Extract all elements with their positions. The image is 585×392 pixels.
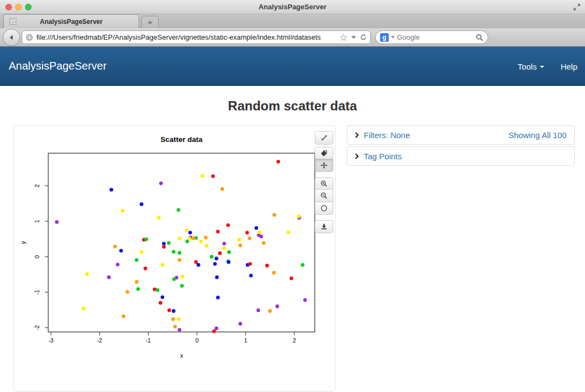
svg-text:-3: -3 [48,337,53,344]
new-tab-button[interactable]: + [141,16,159,28]
svg-text:2: 2 [292,337,296,344]
url-input[interactable] [36,33,338,41]
chevron-right-icon [355,132,359,138]
svg-text:-2: -2 [97,337,102,344]
bookmark-star-icon[interactable] [340,34,347,41]
tab-title: AnalysisPageServer [4,18,139,26]
zoom-out-icon [320,192,328,200]
plot-zoom-out-button[interactable] [315,190,333,202]
svg-text:0: 0 [195,337,198,344]
chevron-right-icon [355,153,359,159]
circle-icon [320,204,328,212]
plot-pan-button[interactable] [315,159,333,172]
chevron-down-icon [540,66,544,68]
nav-tools-label: Tools [518,62,537,71]
plot-title: Scatter data [160,135,203,144]
plot-expand-button[interactable] [315,131,333,145]
plot-select-circle-button[interactable] [315,202,333,215]
download-icon [320,223,328,231]
tag-points-panel-header[interactable]: Tag Points [347,146,575,166]
app-navbar: AnalysisPageServer Tools Help [0,47,585,86]
scatter-plot[interactable]: Scatter data -3-2-1012-2-1012 x y [14,126,318,376]
svg-text:1: 1 [34,220,40,223]
search-engine-dropdown-icon[interactable] [391,36,395,39]
window-title: AnalysisPageServer [0,3,585,11]
window-fullscreen-icon[interactable] [573,3,581,11]
filters-status: Showing All 100 [508,130,567,140]
filters-toggle-label: Filters: None [364,130,410,140]
expand-icon [321,134,328,141]
tag-points-toggle-label: Tag Points [364,152,402,161]
app-brand[interactable]: AnalysisPageServer [9,60,107,72]
svg-text:-1: -1 [146,337,151,344]
reload-icon[interactable] [360,34,367,41]
google-favicon: g [380,33,389,42]
svg-text:1: 1 [244,337,247,344]
window-titlebar: AnalysisPageServer [0,0,585,14]
search-input[interactable] [397,33,474,41]
browser-toolbar: g ★ [0,28,585,47]
nav-help-label: Help [561,62,577,71]
svg-text:-1: -1 [34,290,40,295]
x-axis-label: x [180,352,183,359]
tab-bar: AnalysisPageServer + [0,14,585,28]
plot-points [55,160,307,333]
svg-text:2: 2 [34,184,40,188]
nav-tools-menu[interactable]: Tools [518,62,544,71]
plot-axes: -3-2-1012-2-1012 [34,153,315,344]
nav-help-link[interactable]: Help [561,62,577,71]
page-title: Random scatter data [0,98,585,114]
move-icon [320,161,328,169]
search-icon[interactable] [476,34,483,41]
plot-zoom-in-button[interactable] [315,177,333,190]
url-bar[interactable] [22,30,371,44]
plot-tag-button[interactable] [315,147,333,159]
tab-analysispageserver[interactable]: AnalysisPageServer [3,14,139,28]
filters-panel-header[interactable]: Filters: None Showing All 100 [347,125,575,145]
globe-icon [26,34,33,41]
back-button[interactable] [3,29,20,46]
search-bar[interactable]: g [375,30,488,44]
plot-download-button[interactable] [315,220,333,233]
url-dropdown-icon[interactable] [351,36,356,39]
plot-panel: Scatter data -3-2-1012-2-1012 x y [13,125,335,391]
y-axis-label: y [20,241,26,244]
tag-icon [320,150,328,157]
zoom-in-icon [320,180,328,188]
back-arrow-icon [8,34,15,41]
svg-text:0: 0 [34,255,40,258]
svg-text:-2: -2 [34,325,40,330]
